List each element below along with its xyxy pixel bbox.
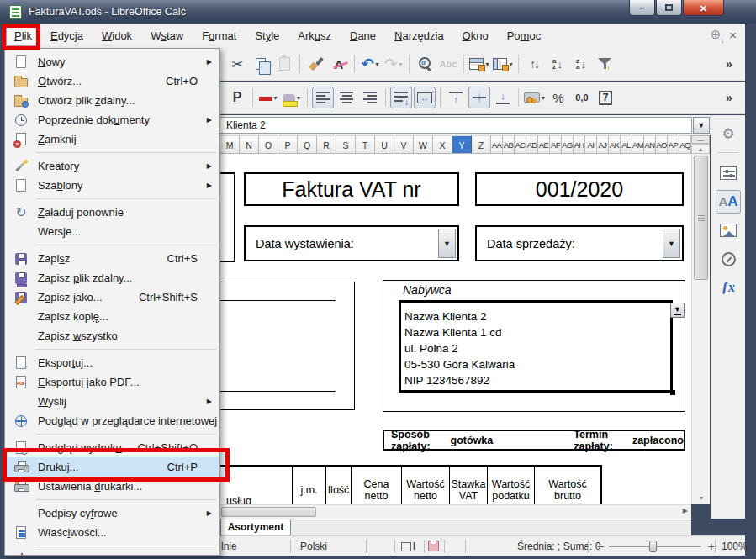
column-header-AA[interactable]: AA: [491, 135, 503, 154]
minimize-button[interactable]: –: [629, 0, 655, 16]
menu-item-eksportuj[interactable]: Eksportuj...: [5, 353, 219, 372]
underline-button[interactable]: P: [226, 87, 248, 108]
selection-handle[interactable]: [670, 390, 675, 395]
column-header-Z[interactable]: Z: [472, 135, 491, 154]
row-button[interactable]: ▾: [468, 53, 490, 75]
restore-button[interactable]: [656, 0, 682, 16]
column-header-AJ[interactable]: AJ: [597, 135, 609, 154]
column-header-M[interactable]: M: [220, 135, 240, 154]
toolbar-overflow-button[interactable]: »: [726, 57, 732, 71]
highlighting-color-button[interactable]: ▾: [281, 87, 303, 108]
sort-ascending-button[interactable]: [547, 53, 568, 75]
column-header-AK[interactable]: AK: [609, 135, 621, 154]
menu-item-zamknij-libreoffice[interactable]: Zamknij LibreOfficeCtrl+Q: [5, 550, 219, 556]
split-window-handle[interactable]: —: [691, 135, 710, 144]
column-header-R[interactable]: R: [317, 135, 336, 154]
column-header-AD[interactable]: AD: [526, 135, 538, 154]
column-header-AP[interactable]: AP: [668, 135, 679, 154]
font-color-button[interactable]: ▾: [257, 87, 279, 108]
align-bottom-button[interactable]: [492, 87, 514, 108]
menu-item-podglad-wydruku[interactable]: Podgląd wydrukuCtrl+Shift+O: [5, 438, 219, 457]
close-document-icon[interactable]: ×: [729, 28, 737, 42]
sidebar-gallery-button[interactable]: [716, 219, 741, 242]
menu-item-zapisz-kopie[interactable]: Zapisz kopię...: [5, 307, 219, 326]
formula-expand-button[interactable]: ▼: [693, 117, 710, 134]
menu-item-zapisz-plik-zdalny[interactable]: Zapisz plik zdalny...: [5, 268, 219, 287]
column-header-S[interactable]: S: [336, 135, 356, 154]
format-as-currency-button[interactable]: ▾: [523, 87, 546, 108]
sidebar-styles-button[interactable]: AA: [716, 190, 741, 214]
column-header-AB[interactable]: AB: [503, 135, 515, 154]
menu-item-ustawienia-drukarki[interactable]: Ustawienia drukarki...: [5, 477, 219, 496]
align-top-button[interactable]: [445, 87, 467, 108]
scroll-down-button[interactable]: ▼: [692, 492, 711, 504]
format-as-date-button[interactable]: 7: [595, 87, 616, 108]
buyer-listbox[interactable]: Nazwa Klienta 2Nazwa Klienta 1 cdul. Pol…: [399, 300, 673, 393]
menu-item-podpisy-cyfrowe[interactable]: Podpisy cyfrowe▶: [5, 504, 219, 523]
zoom-level[interactable]: 100%: [722, 541, 748, 552]
column-dropdown-arrow[interactable]: ▾: [509, 61, 512, 68]
sheet-tab-asortyment[interactable]: Asortyment: [220, 519, 291, 535]
scroll-right-button[interactable]: ▶: [683, 507, 688, 514]
horizontal-scrollbar-thumb[interactable]: [221, 507, 316, 517]
menu-item-zaladuj-ponownie[interactable]: ↻Załaduj ponownie: [5, 203, 219, 222]
menubar-item-pomoc[interactable]: Pomoc: [499, 25, 549, 46]
column-header-O[interactable]: O: [259, 135, 278, 154]
find-and-replace-button[interactable]: d: [414, 53, 436, 75]
menu-item-zapisz-wszystko[interactable]: Zapisz wszystko: [5, 326, 219, 345]
row-dropdown-arrow[interactable]: ▾: [485, 61, 489, 68]
format-as-currency-dropdown-arrow[interactable]: ▾: [542, 94, 545, 102]
sidebar-properties-button[interactable]: [716, 161, 741, 185]
menu-item-drukuj[interactable]: Drukuj...Ctrl+P: [5, 457, 219, 477]
column-header-T[interactable]: T: [356, 135, 375, 154]
column-header-Q[interactable]: Q: [298, 135, 317, 154]
scroll-up-button[interactable]: ▲: [691, 144, 710, 154]
column-header-AG[interactable]: AG: [562, 135, 574, 154]
menubar-item-wstaw[interactable]: Wstaw: [142, 25, 192, 46]
menu-item-zamknij[interactable]: Zamknij: [5, 129, 219, 149]
menubar-item-narzedzia[interactable]: Narzędzia: [386, 25, 452, 46]
clone-formatting-button[interactable]: [304, 53, 326, 75]
menu-item-wersje[interactable]: Wersje...: [5, 222, 219, 241]
menubar-item-style[interactable]: Style: [246, 25, 288, 46]
column-header-W[interactable]: W: [414, 135, 433, 154]
zoom-out-button[interactable]: −: [597, 540, 604, 553]
menubar-item-okno[interactable]: Okno: [454, 25, 497, 46]
toolbar-overflow-button[interactable]: »: [726, 91, 732, 104]
sale-date-combo[interactable]: Data sprzedaży: ▼: [475, 225, 684, 261]
buyer-dropdown-button[interactable]: ▼: [670, 303, 685, 318]
redo-dropdown-arrow[interactable]: ▾: [399, 61, 403, 68]
sidebar-settings-button[interactable]: ⚙: [716, 122, 741, 145]
menubar-item-dane[interactable]: Dane: [341, 25, 384, 46]
menu-item-szablony[interactable]: Szablony▶: [5, 176, 219, 195]
column-header-AO[interactable]: AO: [656, 135, 668, 154]
language-status[interactable]: Polski: [300, 541, 327, 552]
update-available-icon[interactable]: ⊕: [711, 27, 722, 42]
menu-item-otworz[interactable]: Otwórz...Ctrl+O: [5, 71, 219, 91]
menubar-item-plik[interactable]: Plik: [6, 25, 40, 46]
sidebar-functions-button[interactable]: ƒx: [716, 276, 741, 299]
menubar-item-arkusz[interactable]: Arkusz: [289, 25, 340, 46]
menu-item-poprzednie-dokumenty[interactable]: Poprzednie dokumenty▶: [5, 110, 219, 129]
column-header-AM[interactable]: AM: [632, 135, 644, 154]
font-color-dropdown-arrow[interactable]: ▾: [273, 94, 277, 102]
issue-date-combo[interactable]: Data wystawienia: ▼: [244, 225, 459, 261]
menu-item-nowy[interactable]: Nowy▶: [5, 52, 219, 71]
menu-item-wlasciwosci[interactable]: Właściwości...: [5, 523, 219, 542]
insert-mode-icon[interactable]: I: [401, 541, 421, 552]
formula-input[interactable]: Klienta 2: [172, 117, 692, 134]
undo-dropdown-arrow[interactable]: ▾: [376, 61, 379, 68]
column-header-AN[interactable]: AN: [644, 135, 656, 154]
menu-item-kreatory[interactable]: Kreatory▶: [5, 156, 219, 176]
copy-button[interactable]: [250, 53, 272, 75]
menu-item-wyslij[interactable]: Wyślij▶: [5, 392, 219, 411]
zoom-slider[interactable]: − +: [597, 540, 715, 553]
menu-item-zapisz[interactable]: ZapiszCtrl+S: [5, 249, 219, 268]
column-header-X[interactable]: X: [433, 135, 452, 154]
vertical-scrollbar[interactable]: ▼: [691, 154, 710, 504]
column-header-P[interactable]: P: [278, 135, 298, 154]
sidebar-navigator-button[interactable]: [716, 247, 741, 271]
wrap-text-button[interactable]: [390, 87, 412, 108]
center-vertically-button[interactable]: [468, 87, 490, 108]
column-header-AQ[interactable]: AQ: [679, 135, 691, 154]
